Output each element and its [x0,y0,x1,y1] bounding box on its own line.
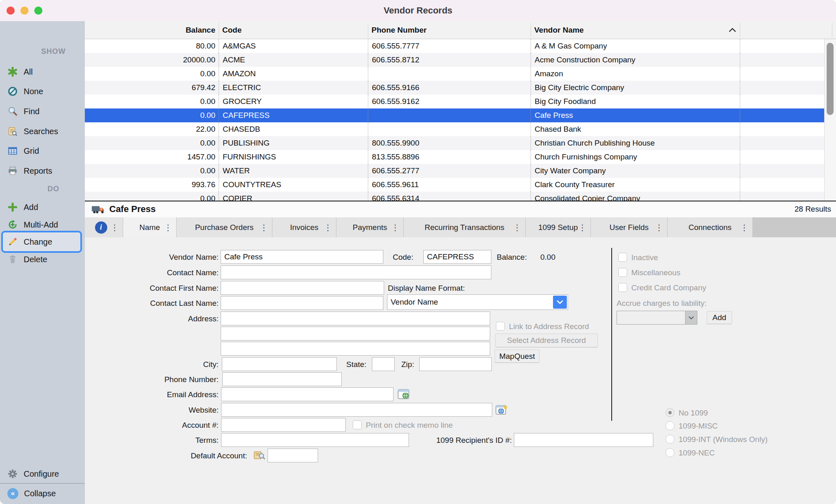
vendor-name-field[interactable]: Cafe Press [221,250,383,264]
sidebar-item-searches[interactable]: Searches [0,123,85,139]
radio-1099-int[interactable] [666,435,675,444]
table-row[interactable]: 80.00A&MGAS606.555.7777A & M Gas Company [85,39,824,53]
scrollbar-thumb[interactable] [827,43,834,115]
tab-user-fields[interactable]: User Fields⋮ [591,217,668,237]
account-number-field[interactable] [221,418,346,432]
radio-1099-misc[interactable] [666,421,675,430]
default-account-field[interactable] [268,449,318,462]
table-row[interactable]: 22.00CHASEDBChased Bank [85,122,824,136]
website-launch-icon[interactable] [495,404,508,416]
contact-first-name-field[interactable] [221,281,384,295]
display-name-format-dropdown[interactable]: Vendor Name [387,294,568,310]
radio-no-1099[interactable] [666,408,675,417]
tab-1099-setup[interactable]: 1099 Setup⋮ [526,217,591,237]
print-memo-checkbox[interactable] [353,420,362,429]
address-line2-field[interactable] [221,327,490,340]
sidebar-item-reports[interactable]: Reports [0,163,85,179]
table-row[interactable]: 993.76COUNTYTREAS606.555.9611Clark Count… [85,178,824,192]
radio-1099-nec[interactable] [666,448,675,457]
tab-connections[interactable]: Connections⋮ [668,217,753,237]
cell-code: WATER [219,164,368,178]
sidebar-item-collapse[interactable]: « Collapse [0,485,85,502]
sidebar-item-grid[interactable]: Grid [0,143,85,159]
column-header-vendor-name[interactable]: Vendor Name [534,26,584,35]
truck-icon [91,205,105,214]
email-address-field[interactable] [221,387,394,401]
info-icon[interactable]: i [95,221,107,234]
mapquest-button[interactable]: MapQuest [495,349,540,363]
tab-invoices[interactable]: Invoices⋮ [272,217,336,237]
tab-recurring-transactions[interactable]: Recurring Transactions⋮ [404,217,526,237]
city-field[interactable] [222,357,337,371]
default-account-label: Default Account: [117,451,247,460]
sidebar-item-add[interactable]: Add [0,199,85,215]
chevron-down-icon [688,316,694,320]
miscellaneous-checkbox[interactable] [618,268,627,277]
drag-handle-icon[interactable]: ⋮ [164,223,172,232]
vendor-name-label: Vendor Name: [88,253,219,262]
sidebar-item-find[interactable]: Find [0,103,85,119]
sidebar-item-delete[interactable]: Delete [0,251,85,267]
tab-name[interactable]: Name⋮ [123,217,177,237]
sidebar-item-configure[interactable]: Configure [0,466,85,482]
cell-balance: 80.00 [85,42,219,51]
sidebar-item-all[interactable]: All [0,64,85,80]
account-lookup-icon[interactable] [253,450,265,460]
credit-card-company-checkbox[interactable] [618,283,627,292]
table-row[interactable]: 20000.00ACME606.555.8712Acme Constructio… [85,53,824,67]
tab-payments[interactable]: Payments⋮ [336,217,404,237]
sidebar-item-none[interactable]: None [0,83,85,99]
zip-field[interactable] [419,357,492,371]
drag-handle-icon[interactable]: ⋮ [655,223,663,232]
column-header-code[interactable]: Code [222,26,242,35]
contact-last-name-field[interactable] [221,296,383,310]
table-row[interactable]: 0.00PUBLISHING800.555.9900Christian Chur… [85,136,824,150]
address-line1-field[interactable] [221,312,490,325]
sidebar-item-multi-add[interactable]: Multi-Add [0,217,85,233]
sidebar-item-change[interactable]: Change [0,234,85,250]
column-header-phone[interactable]: Phone Number [372,26,427,35]
drag-handle-icon[interactable]: ⋮ [391,223,399,232]
cell-vendor-name: Consolidated Copier Company [531,192,740,201]
code-field[interactable]: CAFEPRESS [423,250,491,264]
drag-handle-icon[interactable]: ⋮ [324,223,332,232]
address-line3-field[interactable] [221,342,490,356]
dropdown-chevron-button[interactable] [685,311,697,324]
multi-add-icon [7,219,18,230]
table-row[interactable]: 0.00COPIER606.555.6314Consolidated Copie… [85,192,824,201]
tab-bar-filler [753,217,836,237]
tab-purchase-orders[interactable]: Purchase Orders⋮ [177,217,272,237]
contact-name-field[interactable] [221,265,491,279]
drag-handle-icon[interactable]: ⋮ [578,223,586,232]
accrue-add-button[interactable]: Add [707,311,732,324]
link-address-record-checkbox[interactable] [496,322,505,331]
email-compose-icon[interactable] [398,389,410,400]
minimize-window-button[interactable] [20,7,29,15]
dropdown-chevron-button[interactable] [553,296,567,309]
table-row[interactable]: 0.00WATER606.555.2777City Water Company [85,164,824,178]
drag-handle-icon[interactable]: ⋮ [260,223,268,232]
collapse-icon: « [7,488,18,499]
inactive-checkbox[interactable] [618,253,627,262]
table-row[interactable]: 679.42ELECTRIC606.555.9166Big City Elect… [85,81,824,95]
table-row-selected[interactable]: 0.00CAFEPRESSCafe Press [85,108,824,122]
drag-handle-icon[interactable]: ⋮ [513,223,521,232]
table-row[interactable]: 0.00AMAZONAmazon [85,67,824,81]
pencil-icon [7,237,18,247]
cell-vendor-name: A & M Gas Company [531,39,740,53]
recipient-id-field[interactable] [514,433,653,447]
website-field[interactable] [221,403,492,417]
drag-handle-icon[interactable]: ⋮ [111,223,119,232]
zoom-window-button[interactable] [34,7,42,15]
terms-field[interactable] [221,433,409,447]
accrue-liability-dropdown[interactable] [617,311,697,325]
table-row[interactable]: 0.00GROCERY606.555.9162Big City Foodland [85,95,824,108]
table-row[interactable]: 1457.00FURNISHINGS813.555.8896Church Fur… [85,150,824,164]
state-field[interactable] [372,357,395,371]
close-window-button[interactable] [7,7,15,15]
phone-number-field[interactable] [222,372,342,386]
column-divider [219,23,219,38]
select-address-record-button[interactable]: Select Address Record [495,334,598,347]
column-header-balance[interactable]: Balance [88,26,215,35]
drag-handle-icon[interactable]: ⋮ [740,223,748,232]
